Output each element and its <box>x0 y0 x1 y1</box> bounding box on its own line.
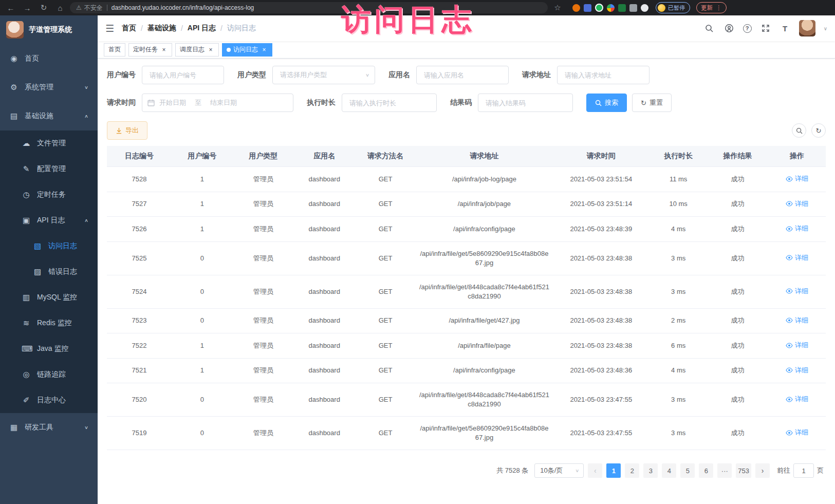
toggle-search-icon-button[interactable] <box>792 123 806 138</box>
cell-user-id: 0 <box>172 275 233 308</box>
export-button[interactable]: 导出 <box>107 121 147 140</box>
sidebar-menu-item[interactable]: ▦ 研发工具 ∨ <box>0 413 98 442</box>
extension-icon-orange[interactable] <box>572 4 580 12</box>
extension-icon-light[interactable] <box>641 4 648 12</box>
app-name-input[interactable] <box>416 66 509 84</box>
security-warning[interactable]: ⚠ 不安全 <box>76 4 103 12</box>
page-number-button[interactable]: 1 <box>606 463 621 478</box>
detail-link[interactable]: 详细 <box>786 174 808 183</box>
sidebar-item-label: 研发工具 <box>25 423 53 432</box>
tab-close-icon[interactable]: × <box>261 46 268 53</box>
eye-icon <box>786 226 793 232</box>
detail-link[interactable]: 详细 <box>786 287 808 296</box>
detail-link[interactable]: 详细 <box>786 253 808 263</box>
sidebar-menu-item[interactable]: ▥ MySQL 监控 <box>0 285 98 310</box>
page-number-button[interactable]: 5 <box>680 463 695 478</box>
sidebar-menu-item[interactable]: ◉ 首页 <box>0 44 98 73</box>
avatar-caret-icon[interactable]: ∨ <box>824 26 827 31</box>
sidebar-menu-item[interactable]: ▣ API 日志 ∧ <box>0 208 98 233</box>
tab-close-icon[interactable]: × <box>160 46 168 53</box>
extension-icon-multicolor[interactable] <box>607 4 615 12</box>
page-number-button[interactable]: 6 <box>699 463 713 478</box>
detail-link[interactable]: 详细 <box>786 395 808 404</box>
sidebar-menu-item[interactable]: ▨ 错误日志 <box>0 259 98 285</box>
breadcrumb-item[interactable]: 基础设施 <box>147 24 176 33</box>
fullscreen-icon[interactable] <box>760 23 771 34</box>
view-tab[interactable]: 定时任务 × <box>128 43 172 57</box>
reset-button[interactable]: ↻ 重置 <box>632 94 672 112</box>
user-avatar[interactable] <box>799 20 815 36</box>
breadcrumb-item[interactable]: 首页 <box>122 24 136 33</box>
pagination-total: 共 7528 条 <box>496 466 528 475</box>
browser-forward-icon[interactable]: → <box>21 2 34 13</box>
page-size-select[interactable]: 10条/页 ∨ <box>534 463 584 478</box>
page-number-button[interactable]: 753 <box>736 463 751 478</box>
browser-profile-chip[interactable]: 已暂停 <box>656 2 690 13</box>
extension-icon-green-square[interactable] <box>618 4 626 12</box>
browser-home-icon[interactable]: ⌂ <box>53 2 67 13</box>
sidebar-menu-item[interactable]: ☁ 文件管理 <box>0 130 98 156</box>
detail-link[interactable]: 详细 <box>786 366 808 375</box>
eye-icon <box>786 201 793 207</box>
cell-result: 成功 <box>707 308 768 333</box>
result-code-input[interactable] <box>478 94 573 112</box>
hamburger-icon[interactable]: ☰ <box>98 23 122 34</box>
table-row: 7527 1 管理员 dashboard GET /api/infra/job/… <box>107 192 826 217</box>
user-id-input[interactable] <box>142 66 224 84</box>
page-number-button[interactable]: 4 <box>662 463 676 478</box>
refresh-table-button[interactable]: ↻ <box>811 123 826 138</box>
search-button[interactable]: 搜索 <box>586 94 627 112</box>
extension-icon-grey[interactable] <box>629 4 637 12</box>
cell-user-id: 0 <box>172 383 233 417</box>
breadcrumb-item[interactable]: 访问日志 <box>227 24 256 33</box>
sidebar-menu-item[interactable]: ▧ 访问日志 <box>0 233 98 259</box>
extension-icon-shield[interactable] <box>584 4 591 12</box>
sidebar-menu-item[interactable]: ◷ 定时任务 <box>0 182 98 208</box>
sidebar-menu-item[interactable]: ⌨ Java 监控 <box>0 336 98 362</box>
browser-back-icon[interactable]: ← <box>4 2 17 13</box>
request-time-range-picker[interactable]: 开始日期 至 结束日期 <box>142 94 293 112</box>
browser-menu-kebab-icon[interactable]: ⋮ <box>716 4 722 11</box>
sidebar-menu-item[interactable]: ▤ 基础设施 ∧ <box>0 102 98 130</box>
detail-link[interactable]: 详细 <box>786 199 808 209</box>
help-icon[interactable]: ? <box>743 24 752 33</box>
detail-link[interactable]: 详细 <box>786 224 808 233</box>
detail-link[interactable]: 详细 <box>786 428 808 437</box>
next-page-button[interactable]: › <box>755 463 770 478</box>
sidebar-menu-item[interactable]: ✐ 日志中心 <box>0 387 98 413</box>
address-bar[interactable]: ⚠ 不安全 dashboard.yudao.iocoder.cn/infra/l… <box>70 2 548 13</box>
request-url-input[interactable] <box>557 66 650 84</box>
cell-request-time: 2021-05-03 23:51:54 <box>552 167 650 192</box>
cell-user-type: 管理员 <box>233 333 294 359</box>
view-tab[interactable]: 访问日志 × <box>222 43 272 57</box>
duration-input[interactable] <box>342 94 437 112</box>
cell-log-id: 7521 <box>107 358 172 383</box>
sidebar-menu-item[interactable]: ✎ 配置管理 <box>0 156 98 182</box>
view-tab[interactable]: 首页 <box>104 43 125 57</box>
user-type-select[interactable]: 请选择用户类型 ∨ <box>272 66 375 84</box>
cell-method: GET <box>355 417 416 450</box>
page-number-button[interactable]: ··· <box>717 463 732 478</box>
prev-page-button[interactable]: ‹ <box>588 463 602 478</box>
goto-page-input[interactable] <box>793 463 814 478</box>
bookmark-star-icon[interactable]: ☆ <box>551 2 564 13</box>
table-header-row: 日志编号用户编号用户类型应用名请求方法名请求地址请求时间执行时长操作结果操作 <box>107 146 826 167</box>
github-icon[interactable] <box>723 23 735 34</box>
page-number-button[interactable]: 2 <box>625 463 639 478</box>
sidebar-menu-item[interactable]: ◎ 链路追踪 <box>0 362 98 387</box>
font-size-icon[interactable]: T <box>780 23 791 34</box>
search-icon[interactable] <box>704 23 715 34</box>
extension-icon-green-circle[interactable] <box>595 4 603 12</box>
browser-reload-icon[interactable]: ↻ <box>37 2 50 13</box>
cell-request-time: 2021-05-03 23:48:36 <box>552 358 650 383</box>
breadcrumb-item[interactable]: API 日志 <box>188 24 216 33</box>
detail-link[interactable]: 详细 <box>786 316 808 325</box>
sidebar-menu-item[interactable]: ⚙ 系统管理 ∨ <box>0 73 98 102</box>
sidebar-menu-item[interactable]: ≋ Redis 监控 <box>0 310 98 336</box>
tab-close-icon[interactable]: × <box>207 46 214 53</box>
detail-link[interactable]: 详细 <box>786 341 808 350</box>
view-tab[interactable]: 调度日志 × <box>175 43 219 57</box>
browser-update-button[interactable]: 更新 ⋮ <box>696 2 727 13</box>
page-number-button[interactable]: 3 <box>643 463 658 478</box>
cell-log-id: 7527 <box>107 192 172 217</box>
